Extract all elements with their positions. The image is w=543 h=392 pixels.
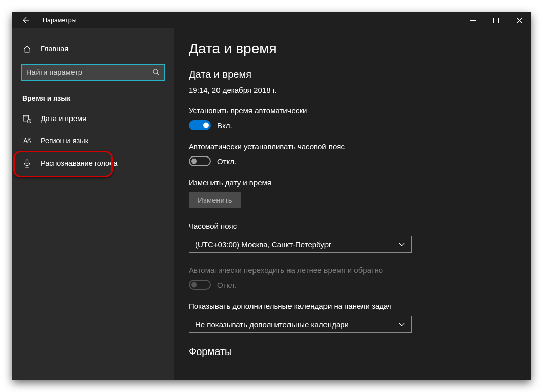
- sidebar-item-label: Регион и язык: [41, 137, 88, 145]
- change-datetime-button[interactable]: Изменить: [189, 192, 241, 208]
- chevron-down-icon: [398, 241, 405, 248]
- sidebar-item-region-language[interactable]: Регион и язык: [12, 130, 174, 152]
- formats-subtitle: Форматы: [189, 346, 517, 358]
- auto-time-toggle[interactable]: [189, 120, 211, 130]
- change-datetime-label: Изменить дату и время: [189, 178, 517, 187]
- sidebar-item-date-time[interactable]: Дата и время: [12, 107, 174, 130]
- svg-rect-0: [493, 18, 498, 23]
- sidebar-home-label: Главная: [41, 45, 68, 53]
- settings-window: Параметры Главная: [12, 12, 531, 380]
- auto-timezone-toggle[interactable]: [189, 156, 211, 166]
- extra-calendars-label: Показывать дополнительные календари на п…: [189, 302, 517, 310]
- auto-time-state: Вкл.: [217, 121, 232, 130]
- auto-timezone-state: Откл.: [217, 157, 236, 166]
- dst-toggle: [189, 280, 211, 290]
- auto-timezone-label: Автоматически устанавливать часовой пояс: [189, 142, 517, 151]
- close-button[interactable]: [508, 12, 531, 28]
- search-input-wrap[interactable]: [21, 64, 165, 81]
- search-icon: [152, 68, 160, 76]
- svg-point-1: [153, 69, 158, 74]
- svg-rect-4: [26, 160, 28, 164]
- sidebar: Главная Время и язык Дата и время: [12, 28, 174, 380]
- timezone-label: Часовой пояс: [189, 222, 517, 230]
- sidebar-item-speech[interactable]: Распознавание голоса: [12, 152, 174, 174]
- window-controls: [461, 12, 531, 28]
- dst-label: Автоматически переходить на летнее время…: [189, 266, 517, 275]
- sidebar-section-heading: Время и язык: [12, 81, 174, 107]
- timezone-dropdown[interactable]: (UTC+03:00) Москва, Санкт-Петербург: [189, 236, 412, 253]
- home-icon: [22, 45, 31, 53]
- section-subtitle: Дата и время: [189, 69, 517, 81]
- dst-state: Откл.: [217, 281, 236, 289]
- titlebar: Параметры: [12, 12, 531, 28]
- calendar-clock-icon: [22, 114, 31, 123]
- timezone-value: (UTC+03:00) Москва, Санкт-Петербург: [195, 240, 331, 249]
- extra-calendars-value: Не показывать дополнительные календари: [195, 320, 349, 329]
- content-pane: Дата и время Дата и время 19:14, 20 дека…: [174, 28, 531, 380]
- maximize-button[interactable]: [484, 12, 508, 28]
- microphone-icon: [22, 159, 31, 168]
- page-title: Дата и время: [189, 41, 517, 57]
- sidebar-home[interactable]: Главная: [12, 38, 174, 59]
- current-datetime: 19:14, 20 декабря 2018 г.: [189, 86, 517, 94]
- window-title: Параметры: [43, 17, 77, 24]
- back-button[interactable]: [17, 12, 33, 28]
- search-input[interactable]: [26, 68, 152, 76]
- language-icon: [22, 137, 31, 145]
- sidebar-item-label: Дата и время: [41, 114, 86, 123]
- extra-calendars-dropdown[interactable]: Не показывать дополнительные календари: [189, 316, 412, 333]
- minimize-button[interactable]: [461, 12, 484, 28]
- auto-time-label: Установить время автоматически: [189, 106, 517, 115]
- sidebar-item-label: Распознавание голоса: [41, 159, 118, 167]
- chevron-down-icon: [398, 321, 405, 328]
